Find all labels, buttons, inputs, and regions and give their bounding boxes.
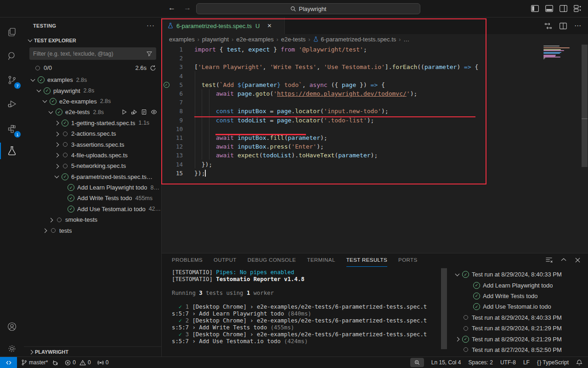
tree-item[interactable]: Add Use Testomat.io todo42… — [24, 204, 162, 214]
code-line[interactable]: 9 const todoList = page.locator('.todo-l… — [162, 116, 588, 125]
code-line[interactable]: 2 — [162, 54, 588, 63]
run-debug-icon[interactable] — [0, 93, 24, 115]
sidebar-more-actions-icon[interactable]: ··· — [147, 21, 155, 29]
breadcrumb-item[interactable]: e2e-examples — [236, 36, 274, 43]
chevron-right-icon[interactable] — [53, 162, 61, 170]
open-changes-icon[interactable] — [544, 23, 552, 29]
tree-item[interactable]: smoke-tests — [24, 214, 162, 225]
panel-tab-terminal[interactable]: TERMINAL — [307, 253, 335, 267]
extensions-icon[interactable]: 1 — [0, 118, 24, 140]
testing-icon[interactable] — [0, 140, 24, 162]
code-line[interactable]: 10 — [162, 125, 588, 133]
chevron-right-icon[interactable] — [53, 119, 61, 126]
code-line[interactable]: 5 test(`Add ${parameter} todo`, async ({… — [162, 80, 588, 89]
chevron-right-icon[interactable] — [454, 335, 461, 343]
tree-item[interactable]: Test run at 8/29/2024, 8:21:29 PM — [451, 334, 588, 344]
chevron-down-icon[interactable] — [35, 87, 43, 94]
chevron-right-icon[interactable] — [53, 141, 61, 148]
tree-item[interactable]: e2e-examples2.8s — [24, 96, 162, 107]
code-line[interactable]: 13 await expect(todoList).toHaveText(par… — [162, 151, 588, 160]
clear-output-icon[interactable] — [545, 257, 553, 263]
forward-icon[interactable]: → — [183, 4, 192, 12]
panel-tab-problems[interactable]: PROBLEMS — [172, 253, 203, 267]
test-pass-gutter-icon[interactable] — [164, 82, 170, 88]
language-mode[interactable]: { } TypeScript — [537, 359, 569, 366]
chevron-down-icon[interactable] — [47, 109, 55, 116]
git-branch-item[interactable]: master* — [21, 359, 58, 366]
chevron-down-icon[interactable] — [53, 173, 61, 180]
source-control-icon[interactable]: 7 — [0, 69, 24, 91]
zoom-indicator[interactable] — [410, 358, 424, 367]
breadcrumb-item[interactable]: playwright — [202, 36, 229, 43]
code-line[interactable]: 3['Learn Playwright', 'Write Tests', 'Us… — [162, 63, 588, 71]
panel-tab-ports[interactable]: PORTS — [398, 253, 417, 267]
playwright-section-header[interactable]: PLAYWRIGHT — [24, 346, 162, 356]
search-icon[interactable] — [0, 45, 24, 67]
tree-item[interactable]: Test run at 8/29/2024, 8:40:33 PM — [451, 269, 588, 280]
split-editor-icon[interactable] — [560, 23, 567, 29]
tree-item[interactable]: 1-getting-started.spec.ts1.1s — [24, 118, 162, 128]
watch-icon[interactable] — [151, 109, 157, 115]
code-line[interactable]: 12 await inputBox.press('Enter'); — [162, 142, 588, 151]
tree-item[interactable]: Add Learn Playwright todo — [451, 280, 588, 290]
debug-icon[interactable] — [131, 109, 137, 115]
chevron-right-icon[interactable] — [53, 130, 61, 138]
code-line[interactable]: 11 await inputBox.fill(parameter); — [162, 133, 588, 142]
goto-file-icon[interactable] — [141, 109, 147, 115]
tree-item[interactable]: Test run at 8/29/2024, 8:21:29 PM — [451, 323, 588, 334]
chevron-down-icon[interactable] — [454, 271, 461, 278]
maximize-panel-icon[interactable] — [560, 257, 567, 263]
close-icon[interactable]: ✕ — [267, 23, 271, 29]
filter-icon[interactable] — [146, 51, 153, 57]
back-icon[interactable]: ← — [167, 4, 176, 12]
notifications-bell-icon[interactable] — [576, 359, 582, 366]
cursor-position[interactable]: Ln 15, Col 4 — [431, 359, 461, 366]
remote-indicator-icon[interactable] — [0, 357, 17, 368]
test-filter-input[interactable] — [29, 51, 146, 57]
eol-sequence[interactable]: LF — [523, 359, 530, 366]
breadcrumb-item[interactable]: … — [403, 36, 409, 43]
breadcrumb-item[interactable]: e2e-tests — [281, 36, 305, 43]
toggle-sidebar-icon[interactable] — [531, 5, 539, 12]
output-scrollbar[interactable] — [441, 268, 447, 349]
tree-item[interactable]: Add Learn Playwright todo8… — [24, 182, 162, 193]
panel-tab-debug-console[interactable]: DEBUG CONSOLE — [248, 253, 296, 267]
editor-scrollbar[interactable] — [582, 45, 588, 167]
test-results-summary-row[interactable]: 0/0 2.6s — [24, 63, 162, 73]
tree-item[interactable]: 2-actions.spec.ts — [24, 128, 162, 139]
tree-item[interactable]: Add Write Tests todo — [451, 291, 588, 301]
code-line[interactable]: 14 }); — [162, 160, 588, 168]
ports-item[interactable]: 0 — [97, 359, 109, 366]
tree-item[interactable]: 3-assertions.spec.ts — [24, 139, 162, 150]
breadcrumb-item[interactable]: examples — [169, 36, 195, 43]
tree-item[interactable]: Add Write Tests todo455ms — [24, 193, 162, 203]
code-line[interactable]: 15}); — [162, 169, 588, 178]
minimap[interactable] — [543, 46, 572, 59]
more-actions-icon[interactable]: ⋯ — [574, 22, 582, 30]
tree-item[interactable]: Test run at 8/27/2024, 8:52:50 PM — [451, 345, 588, 355]
problems-item[interactable]: 0 0 — [65, 359, 90, 366]
chevron-right-icon[interactable] — [47, 216, 55, 224]
chevron-down-icon[interactable] — [41, 98, 49, 105]
chevron-right-icon[interactable] — [53, 151, 61, 159]
tree-item[interactable]: examples2.8s — [24, 75, 162, 85]
run-icon[interactable] — [121, 109, 127, 115]
chevron-right-icon[interactable] — [41, 227, 49, 234]
command-center-search[interactable]: Playwright — [196, 3, 420, 14]
customize-layout-icon[interactable] — [574, 5, 582, 12]
panel-tab-output[interactable]: OUTPUT — [214, 253, 237, 267]
tree-item[interactable]: 4-file-uploads.spec.ts — [24, 150, 162, 161]
tree-item[interactable]: e2e-tests2.8s — [24, 107, 162, 117]
toggle-secondary-sidebar-icon[interactable] — [560, 5, 567, 12]
editor-tab[interactable]: 6-parametrized-tests.spec.ts U ✕ — [162, 17, 285, 34]
tree-item[interactable]: 5-networking.spec.ts — [24, 161, 162, 171]
tree-item[interactable]: playwright2.8s — [24, 85, 162, 96]
code-line[interactable]: 6 await page.goto('https://demo.playwrig… — [162, 89, 588, 98]
code-line[interactable]: 4 — [162, 72, 588, 80]
encoding[interactable]: UTF-8 — [500, 359, 516, 366]
test-explorer-section-header[interactable]: TEST EXPLORER — [27, 37, 76, 44]
account-icon[interactable] — [0, 316, 24, 338]
toggle-panel-icon[interactable] — [545, 5, 553, 12]
tree-item[interactable]: Test run at 8/29/2024, 8:40:33 PM — [451, 312, 588, 323]
tree-item[interactable]: Add Use Testomat.io todo — [451, 301, 588, 312]
